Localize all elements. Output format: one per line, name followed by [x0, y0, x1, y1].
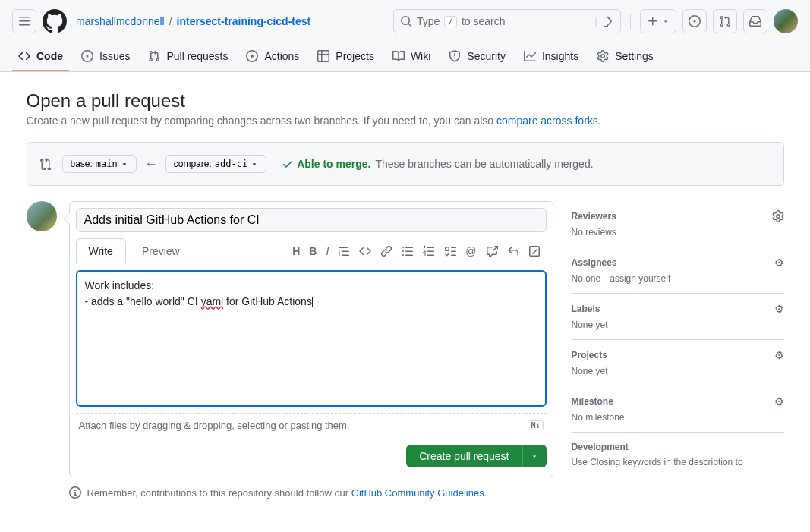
tab-write[interactable]: Write: [76, 238, 126, 264]
triangle-down-icon: [121, 160, 128, 168]
gear-icon[interactable]: ⚙: [774, 349, 784, 361]
issue-opened-icon: [689, 15, 701, 27]
tab-actions[interactable]: Actions: [240, 42, 305, 71]
diff-ignored-icon[interactable]: [528, 245, 541, 257]
git-compare-icon: [39, 158, 52, 170]
heading-icon[interactable]: H: [292, 245, 300, 257]
code-icon: [18, 50, 30, 62]
author-avatar[interactable]: [27, 201, 57, 231]
tab-code[interactable]: Code: [12, 42, 69, 71]
inbox-button[interactable]: [743, 9, 767, 33]
sidebar-milestone: Milestone⚙ No milestone: [572, 386, 784, 433]
three-bars-icon: [18, 15, 30, 27]
check-icon: [282, 158, 294, 170]
sidebar-development: Development Use Closing keywords in the …: [572, 433, 784, 477]
gear-icon: [597, 50, 609, 62]
arrow-left-icon: ←: [144, 156, 158, 172]
shield-icon: [449, 50, 461, 62]
pulls-button[interactable]: [713, 9, 737, 33]
mark-github-icon: [43, 9, 67, 33]
triangle-down-icon: [531, 452, 538, 460]
compare-forks-link[interactable]: compare across forks: [496, 115, 598, 127]
git-pull-request-icon: [148, 50, 160, 62]
merge-status: Able to merge. These branches can be aut…: [282, 158, 593, 170]
create-pr-dropdown[interactable]: [522, 445, 547, 467]
gear-icon[interactable]: [772, 210, 784, 222]
graph-icon: [524, 50, 536, 62]
tab-issues[interactable]: Issues: [75, 42, 136, 71]
guidelines-link[interactable]: GitHub Community Guidelines: [351, 487, 484, 499]
reply-icon[interactable]: [507, 245, 519, 257]
triangle-down-icon: [251, 160, 258, 168]
tab-settings[interactable]: Settings: [591, 42, 660, 71]
gear-icon[interactable]: ⚙: [774, 395, 784, 408]
play-icon: [246, 50, 258, 62]
tasklist-icon[interactable]: [444, 245, 456, 257]
italic-icon[interactable]: I: [326, 245, 329, 257]
link-icon[interactable]: [380, 245, 392, 257]
sidebar: Reviewers No reviews Assignees⚙ No one—a…: [572, 201, 784, 477]
list-unordered-icon[interactable]: [402, 245, 414, 257]
compare-branch-selector[interactable]: compare: add-ci: [165, 155, 266, 173]
owner-link[interactable]: marshallmcdonnell: [76, 15, 165, 27]
bold-icon[interactable]: B: [309, 245, 317, 257]
base-branch-selector[interactable]: base: main: [62, 155, 137, 173]
mention-icon[interactable]: @: [465, 245, 476, 257]
code-icon[interactable]: [359, 245, 371, 257]
hamburger-button[interactable]: [12, 9, 36, 33]
repo-nav: Code Issues Pull requests Actions Projec…: [0, 42, 810, 72]
tab-security[interactable]: Security: [443, 42, 512, 71]
search-input[interactable]: Type / to search |: [393, 9, 621, 33]
cross-reference-icon[interactable]: [486, 245, 498, 257]
search-icon: [400, 15, 412, 27]
inbox-icon: [749, 15, 761, 27]
plus-icon: [647, 15, 659, 27]
page-subtitle: Create a new pull request by comparing c…: [27, 115, 784, 127]
attach-hint[interactable]: Attach files by dragging & dropping, sel…: [76, 413, 547, 433]
issue-opened-icon: [81, 50, 93, 62]
tab-preview[interactable]: Preview: [129, 238, 193, 264]
closing-keywords-link[interactable]: Closing keywords: [590, 457, 661, 467]
md-toolbar: H B I @: [292, 245, 546, 257]
book-icon: [392, 50, 405, 62]
sidebar-reviewers: Reviewers No reviews: [572, 201, 784, 247]
gear-icon[interactable]: ⚙: [762, 257, 784, 269]
tab-projects[interactable]: Projects: [311, 42, 380, 71]
table-icon: [317, 50, 329, 62]
breadcrumb: marshallmcdonnell / intersect-training-c…: [76, 15, 310, 27]
global-header: marshallmcdonnell / intersect-training-c…: [0, 0, 810, 42]
sidebar-assignees: Assignees⚙ No one—assign yourself: [572, 247, 784, 294]
contribution-note: Remember, contributions to this reposito…: [69, 486, 553, 499]
git-pull-request-icon: [719, 15, 731, 27]
pr-body-textarea[interactable]: Work includes: - adds a "hello world" CI…: [76, 270, 547, 407]
pr-composer: Write Preview H B I: [69, 201, 553, 477]
triangle-down-icon: [662, 17, 670, 25]
gear-icon[interactable]: ⚙: [774, 303, 784, 315]
assign-yourself-link[interactable]: assign yourself: [610, 273, 670, 284]
tab-pulls[interactable]: Pull requests: [142, 42, 234, 71]
text-cursor: [312, 297, 313, 307]
markdown-badge[interactable]: M↓: [528, 420, 543, 430]
create-pr-button[interactable]: Create pull request: [406, 445, 522, 467]
repo-link[interactable]: intersect-training-cicd-test: [177, 15, 311, 27]
issues-button[interactable]: [682, 9, 707, 33]
sidebar-labels: Labels⚙ None yet: [572, 294, 784, 340]
create-new-button[interactable]: [640, 9, 676, 33]
tab-wiki[interactable]: Wiki: [386, 42, 437, 71]
page-title: Open a pull request: [27, 90, 784, 112]
user-avatar[interactable]: [774, 9, 798, 33]
quote-icon[interactable]: [338, 245, 350, 257]
info-icon: [69, 486, 81, 499]
github-logo[interactable]: [43, 9, 67, 33]
branch-compare-box: base: main ← compare: add-ci Able to mer…: [27, 142, 784, 186]
command-palette-icon: [602, 15, 614, 27]
list-ordered-icon[interactable]: [423, 245, 435, 257]
pr-title-input[interactable]: [76, 208, 547, 232]
tab-insights[interactable]: Insights: [518, 42, 585, 71]
sidebar-projects: Projects⚙ None yet: [572, 340, 784, 386]
